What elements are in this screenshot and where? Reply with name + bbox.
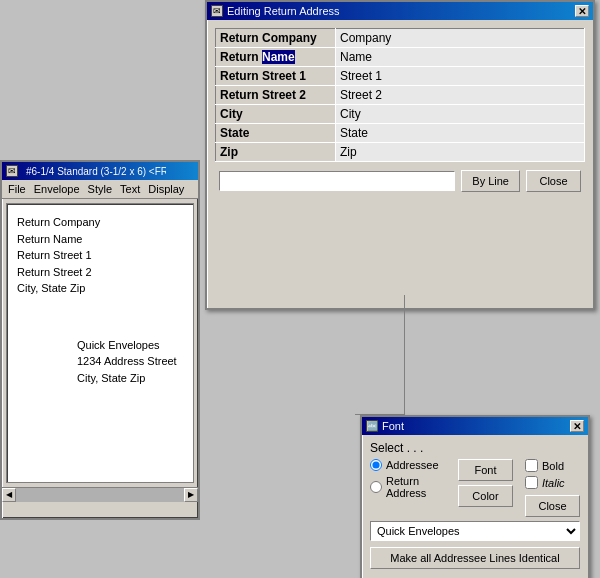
italic-checkbox[interactable] [525,476,538,489]
label-return-street2: Return Street 2 [216,86,336,105]
delivery-line3: City, State Zip [77,370,183,387]
bold-label: Bold [542,460,564,472]
menu-envelope[interactable]: Envelope [32,182,82,196]
italic-check-item: Italic [525,476,580,489]
field-row-company: Return Company Company [216,29,585,48]
label-zip: Zip [216,143,336,162]
return-dialog-close-x[interactable]: ✕ [575,5,589,17]
value-zip: Zip [336,143,585,162]
byline-input[interactable] [219,171,455,191]
radio-addressee[interactable] [370,459,382,471]
label-city: City [216,105,336,124]
menu-style[interactable]: Style [86,182,114,196]
font-dialog-titlebar: 🔤 Font ✕ [362,417,588,435]
label-return-street1: Return Street 1 [216,67,336,86]
font-dialog-close-x[interactable]: ✕ [570,420,584,432]
field-row-city: City City [216,105,585,124]
font-checkboxes: Bold Italic Close [525,459,580,517]
label-return-company: Return Company [216,29,336,48]
font-radio-group: Addressee Return Address [370,459,442,499]
scroll-track[interactable] [16,488,184,502]
envelope-titlebar: ✉ #6-1/4 Standard (3-1/2 x 6) <FRONT> [2,162,198,180]
menu-display[interactable]: Display [146,182,186,196]
radio-addressee-item: Addressee [370,459,442,471]
color-button[interactable]: Color [458,485,513,507]
label-return-name: Return Name [216,48,336,67]
dialog-font: 🔤 Font ✕ Select . . . Addressee Return A… [360,415,590,578]
return-dialog-title-left: ✉ Editing Return Address [211,5,340,17]
font-dialog-icon: 🔤 [366,420,378,432]
connector-line [355,295,405,415]
field-row-zip: Zip Zip [216,143,585,162]
envelope-preview: Return Company Return Name Return Street… [6,203,194,483]
return-address-preview: Return Company Return Name Return Street… [17,214,183,297]
font-dropdown[interactable]: Quick Envelopes [370,521,580,541]
field-row-street2: Return Street 2 Street 2 [216,86,585,105]
radio-return-label: Return Address [386,475,442,499]
delivery-line2: 1234 Address Street [77,353,183,370]
value-return-company: Company [336,29,585,48]
radio-return-item: Return Address [370,475,442,499]
value-return-name: Name [336,48,585,67]
font-row1: Addressee Return Address Font Color Bold [370,459,580,517]
return-line2: Return Name [17,231,183,248]
return-dialog-bottom: By Line Close [215,170,585,192]
by-line-button[interactable]: By Line [461,170,520,192]
return-fields-table: Return Company Company Return Name Name [215,28,585,162]
return-dialog-titlebar: ✉ Editing Return Address ✕ [207,2,593,20]
value-return-street1: Street 1 [336,67,585,86]
menu-text[interactable]: Text [118,182,142,196]
font-dialog-body: Select . . . Addressee Return Address Fo… [362,435,588,575]
name-highlight: Name [262,50,295,64]
return-dialog-body: Return Company Company Return Name Name [207,20,593,200]
envelope-window-icon: ✉ [6,165,18,177]
return-close-button[interactable]: Close [526,170,581,192]
scroll-left-btn[interactable]: ◀ [2,488,16,502]
field-row-name: Return Name Name [216,48,585,67]
envelope-editor-window: ✉ #6-1/4 Standard (3-1/2 x 6) <FRONT> Fi… [0,160,200,520]
italic-label: Italic [542,477,565,489]
envelope-menubar: File Envelope Style Text Display [2,180,198,199]
font-select-label: Select . . . [370,441,580,455]
delivery-address-preview: Quick Envelopes 1234 Address Street City… [77,337,183,387]
return-line3: Return Street 1 [17,247,183,264]
bold-checkbox[interactable] [525,459,538,472]
return-line4: Return Street 2 [17,264,183,281]
make-identical-button[interactable]: Make all Addressee Lines Identical [370,547,580,569]
value-return-street2: Street 2 [336,86,585,105]
delivery-line1: Quick Envelopes [77,337,183,354]
font-dialog-title-left: 🔤 Font [366,420,404,432]
field-row-state: State State [216,124,585,143]
return-dialog-icon: ✉ [211,5,223,17]
font-row2: Quick Envelopes [370,521,580,541]
value-city: City [336,105,585,124]
radio-return-address[interactable] [370,481,382,493]
field-row-street1: Return Street 1 Street 1 [216,67,585,86]
return-line5: City, State Zip [17,280,183,297]
return-dialog-title: Editing Return Address [227,5,340,17]
dialog-return-address: ✉ Editing Return Address ✕ Return Compan… [205,0,595,310]
font-dialog-title: Font [382,420,404,432]
font-close-button[interactable]: Close [525,495,580,517]
bold-check-item: Bold [525,459,580,472]
menu-file[interactable]: File [6,182,28,196]
value-state: State [336,124,585,143]
font-buttons-group: Font Color [458,459,513,507]
envelope-scrollbar[interactable]: ◀ ▶ [2,487,198,501]
scroll-right-btn[interactable]: ▶ [184,488,198,502]
envelope-title: #6-1/4 Standard (3-1/2 x 6) <FRONT> [26,166,166,177]
font-button[interactable]: Font [458,459,513,481]
radio-addressee-label: Addressee [386,459,439,471]
return-line1: Return Company [17,214,183,231]
label-state: State [216,124,336,143]
